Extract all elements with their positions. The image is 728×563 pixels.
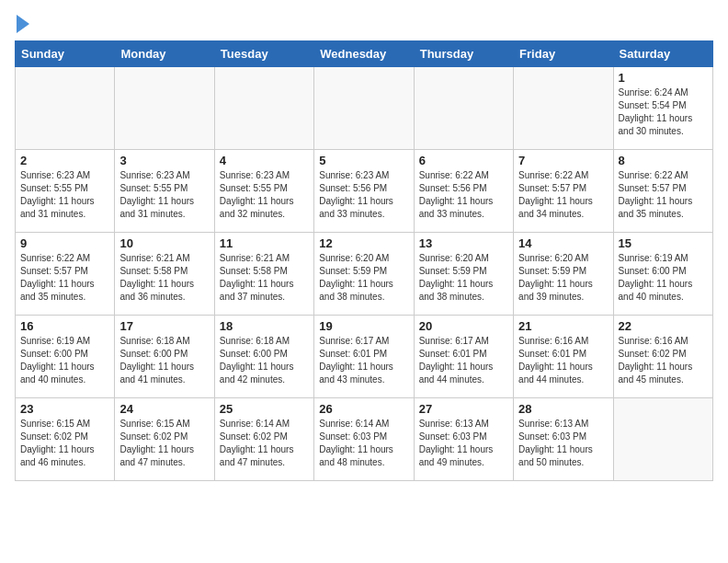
day-number: 15: [619, 236, 708, 250]
day-number: 13: [419, 236, 508, 250]
day-info: Sunrise: 6:20 AM Sunset: 5:59 PM Dayligh…: [518, 252, 608, 304]
day-info: Sunrise: 6:22 AM Sunset: 5:57 PM Dayligh…: [20, 252, 109, 304]
calendar-day-cell: 4Sunrise: 6:23 AM Sunset: 5:55 PM Daylig…: [214, 150, 313, 233]
calendar-header-tuesday: Tuesday: [214, 41, 313, 67]
calendar-header-wednesday: Wednesday: [314, 41, 414, 67]
day-number: 16: [20, 319, 109, 333]
day-info: Sunrise: 6:23 AM Sunset: 5:55 PM Dayligh…: [20, 169, 109, 221]
calendar-day-cell: 1Sunrise: 6:24 AM Sunset: 5:54 PM Daylig…: [613, 67, 712, 150]
day-number: 2: [20, 154, 109, 167]
calendar-day-cell: 15Sunrise: 6:19 AM Sunset: 6:00 PM Dayli…: [613, 233, 712, 316]
day-number: 23: [20, 402, 109, 416]
calendar-header-friday: Friday: [514, 41, 613, 67]
calendar-day-cell: 5Sunrise: 6:23 AM Sunset: 5:56 PM Daylig…: [314, 150, 414, 233]
calendar-day-cell: 16Sunrise: 6:19 AM Sunset: 6:00 PM Dayli…: [16, 316, 115, 398]
calendar-header-row: SundayMondayTuesdayWednesdayThursdayFrid…: [16, 41, 713, 67]
calendar-day-cell: 13Sunrise: 6:20 AM Sunset: 5:59 PM Dayli…: [414, 233, 513, 316]
calendar-day-cell: [115, 67, 214, 150]
logo: [15, 15, 29, 33]
day-number: 14: [518, 236, 608, 250]
calendar-day-cell: 3Sunrise: 6:23 AM Sunset: 5:55 PM Daylig…: [115, 150, 214, 233]
calendar-day-cell: 24Sunrise: 6:15 AM Sunset: 6:02 PM Dayli…: [115, 398, 214, 481]
day-number: 20: [419, 319, 508, 333]
day-info: Sunrise: 6:17 AM Sunset: 6:01 PM Dayligh…: [319, 335, 408, 386]
day-info: Sunrise: 6:19 AM Sunset: 6:00 PM Dayligh…: [20, 335, 109, 386]
day-info: Sunrise: 6:18 AM Sunset: 6:00 PM Dayligh…: [119, 335, 209, 386]
day-info: Sunrise: 6:15 AM Sunset: 6:02 PM Dayligh…: [119, 418, 209, 469]
calendar-day-cell: 22Sunrise: 6:16 AM Sunset: 6:02 PM Dayli…: [613, 316, 712, 398]
day-info: Sunrise: 6:13 AM Sunset: 6:03 PM Dayligh…: [419, 418, 508, 469]
calendar-day-cell: 11Sunrise: 6:21 AM Sunset: 5:58 PM Dayli…: [214, 233, 313, 316]
day-info: Sunrise: 6:18 AM Sunset: 6:00 PM Dayligh…: [220, 335, 309, 386]
day-info: Sunrise: 6:22 AM Sunset: 5:57 PM Dayligh…: [619, 169, 708, 221]
day-info: Sunrise: 6:20 AM Sunset: 5:59 PM Dayligh…: [419, 252, 508, 304]
page-header: [15, 15, 713, 33]
day-info: Sunrise: 6:24 AM Sunset: 5:54 PM Dayligh…: [619, 86, 708, 138]
day-number: 19: [319, 319, 408, 333]
calendar-week-row: 2Sunrise: 6:23 AM Sunset: 5:55 PM Daylig…: [16, 150, 713, 233]
day-number: 27: [419, 402, 508, 416]
calendar-header-monday: Monday: [115, 41, 214, 67]
calendar-day-cell: [214, 67, 313, 150]
day-number: 8: [619, 154, 708, 167]
calendar-day-cell: 18Sunrise: 6:18 AM Sunset: 6:00 PM Dayli…: [214, 316, 313, 398]
day-info: Sunrise: 6:14 AM Sunset: 6:03 PM Dayligh…: [319, 418, 408, 469]
calendar-day-cell: 26Sunrise: 6:14 AM Sunset: 6:03 PM Dayli…: [314, 398, 414, 481]
day-info: Sunrise: 6:22 AM Sunset: 5:56 PM Dayligh…: [419, 169, 508, 221]
day-number: 21: [518, 319, 608, 333]
day-info: Sunrise: 6:14 AM Sunset: 6:02 PM Dayligh…: [220, 418, 309, 469]
day-info: Sunrise: 6:13 AM Sunset: 6:03 PM Dayligh…: [518, 418, 608, 469]
day-info: Sunrise: 6:21 AM Sunset: 5:58 PM Dayligh…: [119, 252, 209, 304]
calendar-day-cell: 6Sunrise: 6:22 AM Sunset: 5:56 PM Daylig…: [414, 150, 513, 233]
calendar-day-cell: 12Sunrise: 6:20 AM Sunset: 5:59 PM Dayli…: [314, 233, 414, 316]
day-number: 9: [20, 236, 109, 250]
day-info: Sunrise: 6:23 AM Sunset: 5:55 PM Dayligh…: [220, 169, 309, 221]
calendar-day-cell: [613, 398, 712, 481]
day-number: 28: [518, 402, 608, 416]
calendar-week-row: 1Sunrise: 6:24 AM Sunset: 5:54 PM Daylig…: [16, 67, 713, 150]
day-number: 6: [419, 154, 508, 167]
day-info: Sunrise: 6:19 AM Sunset: 6:00 PM Dayligh…: [619, 252, 708, 304]
calendar-day-cell: 9Sunrise: 6:22 AM Sunset: 5:57 PM Daylig…: [16, 233, 115, 316]
day-info: Sunrise: 6:23 AM Sunset: 5:55 PM Dayligh…: [119, 169, 209, 221]
day-number: 24: [119, 402, 209, 416]
day-number: 4: [220, 154, 309, 167]
day-info: Sunrise: 6:16 AM Sunset: 6:02 PM Dayligh…: [619, 335, 708, 386]
calendar-day-cell: [314, 67, 414, 150]
day-info: Sunrise: 6:15 AM Sunset: 6:02 PM Dayligh…: [20, 418, 109, 469]
day-number: 18: [220, 319, 309, 333]
calendar-day-cell: [514, 67, 613, 150]
day-number: 17: [119, 319, 209, 333]
calendar-day-cell: [16, 67, 115, 150]
logo-arrow-icon: [17, 15, 29, 33]
calendar-day-cell: 7Sunrise: 6:22 AM Sunset: 5:57 PM Daylig…: [514, 150, 613, 233]
calendar-day-cell: 14Sunrise: 6:20 AM Sunset: 5:59 PM Dayli…: [514, 233, 613, 316]
day-info: Sunrise: 6:22 AM Sunset: 5:57 PM Dayligh…: [518, 169, 608, 221]
calendar-day-cell: 25Sunrise: 6:14 AM Sunset: 6:02 PM Dayli…: [214, 398, 313, 481]
calendar-table: SundayMondayTuesdayWednesdayThursdayFrid…: [15, 40, 713, 481]
calendar-header-saturday: Saturday: [613, 41, 712, 67]
day-number: 3: [119, 154, 209, 167]
calendar-day-cell: [414, 67, 513, 150]
day-number: 5: [319, 154, 408, 167]
day-number: 1: [619, 71, 708, 85]
day-info: Sunrise: 6:23 AM Sunset: 5:56 PM Dayligh…: [319, 169, 408, 221]
calendar-day-cell: 27Sunrise: 6:13 AM Sunset: 6:03 PM Dayli…: [414, 398, 513, 481]
day-number: 11: [220, 236, 309, 250]
day-info: Sunrise: 6:20 AM Sunset: 5:59 PM Dayligh…: [319, 252, 408, 304]
day-number: 12: [319, 236, 408, 250]
calendar-week-row: 23Sunrise: 6:15 AM Sunset: 6:02 PM Dayli…: [16, 398, 713, 481]
calendar-week-row: 9Sunrise: 6:22 AM Sunset: 5:57 PM Daylig…: [16, 233, 713, 316]
calendar-day-cell: 10Sunrise: 6:21 AM Sunset: 5:58 PM Dayli…: [115, 233, 214, 316]
calendar-day-cell: 20Sunrise: 6:17 AM Sunset: 6:01 PM Dayli…: [414, 316, 513, 398]
calendar-header-thursday: Thursday: [414, 41, 513, 67]
calendar-day-cell: 2Sunrise: 6:23 AM Sunset: 5:55 PM Daylig…: [16, 150, 115, 233]
calendar-day-cell: 21Sunrise: 6:16 AM Sunset: 6:01 PM Dayli…: [514, 316, 613, 398]
calendar-day-cell: 19Sunrise: 6:17 AM Sunset: 6:01 PM Dayli…: [314, 316, 414, 398]
calendar-day-cell: 17Sunrise: 6:18 AM Sunset: 6:00 PM Dayli…: [115, 316, 214, 398]
day-info: Sunrise: 6:17 AM Sunset: 6:01 PM Dayligh…: [419, 335, 508, 386]
day-number: 26: [319, 402, 408, 416]
calendar-day-cell: 8Sunrise: 6:22 AM Sunset: 5:57 PM Daylig…: [613, 150, 712, 233]
calendar-week-row: 16Sunrise: 6:19 AM Sunset: 6:00 PM Dayli…: [16, 316, 713, 398]
day-number: 7: [518, 154, 608, 167]
